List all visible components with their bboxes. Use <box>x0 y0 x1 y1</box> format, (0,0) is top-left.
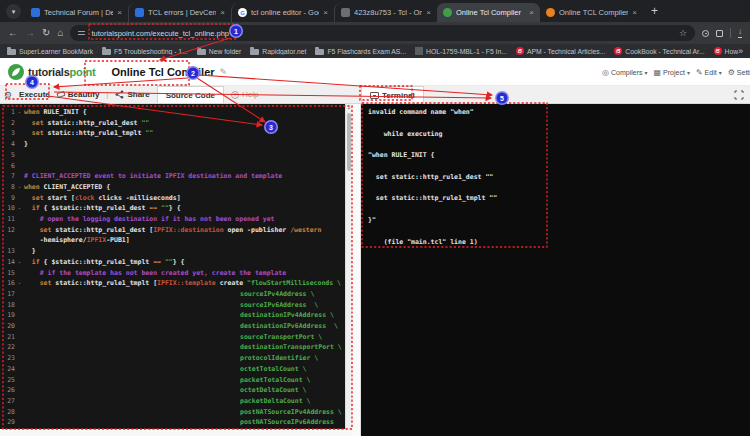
terminal-line <box>368 139 750 150</box>
beautify-icon <box>56 91 65 98</box>
menu-icon: ◎ <box>602 68 609 77</box>
home-icon[interactable]: ⌂ <box>57 28 63 38</box>
tab-close-icon[interactable]: × <box>323 8 328 17</box>
bookmark-item[interactable]: SuperLearner BookMark <box>7 48 93 55</box>
bookmark-item[interactable]: f5CookBook - Technical Ar... <box>614 47 704 55</box>
share-button[interactable]: Share <box>115 90 149 99</box>
logo-text-2: point <box>70 66 96 78</box>
browser-toolbar: ← → ↻ ⌂ tutorialspoint.com/execute_tcl_o… <box>0 22 750 44</box>
document-title[interactable]: Online Tcl Compiler ✎ <box>111 66 227 78</box>
fullscreen-icon[interactable] <box>734 90 744 100</box>
help-button[interactable]: ?Help <box>231 90 258 99</box>
browser-tab[interactable]: Gtcl online editor - Google Search× <box>231 3 334 22</box>
browser-tab[interactable]: Online TCL Compiler - Online TCL E× <box>540 3 643 22</box>
extensions-icon[interactable] <box>716 30 723 37</box>
tab-close-icon[interactable]: × <box>117 8 122 17</box>
bookmark-item[interactable]: f5APM - Technical Articles... <box>516 47 605 55</box>
bookmark-item[interactable]: HOL-1759-MBL-1 - F5 In... <box>415 47 507 55</box>
scrollbar-thumb[interactable] <box>347 113 351 171</box>
scroll-up-icon[interactable]: ▲ <box>346 104 352 111</box>
f5-icon: f5 <box>714 47 722 55</box>
bookmark-item[interactable]: Rapidgator.net <box>250 48 306 55</box>
terminal-line <box>368 118 750 129</box>
chevron-down-icon: ▾ <box>687 69 690 76</box>
code-line: 26octetDeltaCount \ <box>0 385 345 396</box>
bookmark-item[interactable]: f5How to combine two var... <box>714 47 738 55</box>
code-line: 5 <box>0 150 345 161</box>
code-line: 12 set static::http_rule1_dest [IPFIX::d… <box>0 225 345 236</box>
code-line: -hemisphere/IPFIX-PUB1] <box>0 235 345 246</box>
line-number: 24 <box>0 364 15 375</box>
code-line: 24octetTotalCount \ <box>0 364 345 375</box>
address-bar[interactable]: tutorialspoint.com/execute_tcl_online.ph… <box>70 25 695 41</box>
line-number: 15 <box>0 268 15 279</box>
fold-icon <box>15 118 24 129</box>
bookmark-label: APM - Technical Articles... <box>527 48 605 55</box>
browser-tab[interactable]: Online Tcl Compiler× <box>437 3 540 22</box>
bookmark-items: SuperLearner BookMarkF5 Troubleshooting … <box>7 47 738 55</box>
new-tab-button[interactable]: + <box>651 4 658 18</box>
menu-settings[interactable]: ⚙Settings <box>728 68 750 77</box>
line-number: 23 <box>0 353 15 364</box>
bookmark-item[interactable]: New folder <box>197 48 242 55</box>
browser-tab[interactable]: TCL errors | DevCentral× <box>128 3 231 22</box>
bookmark-star-icon[interactable]: ☆ <box>679 28 687 38</box>
tab-close-icon[interactable]: × <box>529 8 534 17</box>
url-text[interactable]: tutorialspoint.com/execute_tcl_online.ph… <box>91 29 229 38</box>
code-text: sourceIPv4Address \ <box>24 289 314 300</box>
downloads-icon[interactable]: ↓ <box>738 28 742 38</box>
beautify-button[interactable]: Beautify <box>57 90 100 99</box>
tutorialspoint-logo-icon <box>8 64 24 80</box>
tab-source-code[interactable]: Source Code <box>157 86 224 103</box>
tutorialspoint-logo[interactable]: tutorialspoint <box>8 64 95 80</box>
tab-terminal[interactable]: Terminal <box>361 86 424 103</box>
bookmark-label: New folder <box>209 48 242 55</box>
terminal-line <box>368 226 750 237</box>
terminal-line <box>368 161 750 172</box>
reload-icon[interactable]: ↻ <box>42 28 50 38</box>
menu-project[interactable]: ▦Project▾ <box>654 68 690 77</box>
bookmarks-overflow-icon[interactable]: » <box>738 46 743 56</box>
terminal-output[interactable]: invalid command name "when" while execut… <box>361 104 750 436</box>
site-info-icon[interactable] <box>78 31 85 35</box>
menu-compilers[interactable]: ◎Compilers▾ <box>602 68 648 77</box>
code-area[interactable]: 1-when RULE_INIT {2 set static::http_rul… <box>0 104 345 429</box>
tab-close-icon[interactable]: × <box>426 8 431 17</box>
pane-divider[interactable] <box>352 104 361 436</box>
code-line: 6 <box>0 161 345 172</box>
browser-tab[interactable]: Technical Forum | DevCentral× <box>25 3 128 22</box>
bookmark-item[interactable]: F5 Troubleshooting - 1... <box>102 48 188 55</box>
fold-icon <box>15 364 24 375</box>
f5-icon: f5 <box>516 47 524 55</box>
bookmark-label: HOL-1759-MBL-1 - F5 In... <box>426 48 507 55</box>
forward-icon[interactable]: → <box>25 28 35 38</box>
terminal-line <box>368 183 750 194</box>
bookmark-item[interactable]: F5 Flashcards Exam AS... <box>315 48 406 55</box>
line-number: 22 <box>0 342 15 353</box>
fold-icon <box>15 396 24 407</box>
execute-button[interactable]: Execute <box>19 90 50 99</box>
browser-tab[interactable]: 423z8u753 - Tcl - OneCompiler× <box>334 3 437 22</box>
editor-scrollbar[interactable]: ▲ <box>345 104 352 429</box>
fold-icon <box>15 300 24 311</box>
terminal-icon <box>370 92 379 99</box>
code-line: 23protocolIdentifier \ <box>0 353 345 364</box>
back-icon[interactable]: ← <box>8 28 18 38</box>
code-editor[interactable]: 1-when RULE_INIT {2 set static::http_rul… <box>0 104 352 436</box>
key-icon[interactable] <box>702 30 709 37</box>
fold-icon <box>15 407 24 418</box>
edit-title-icon[interactable]: ✎ <box>220 67 228 77</box>
tab-close-icon[interactable]: × <box>632 8 637 17</box>
code-line: 4} <box>0 139 345 150</box>
line-number: 10 <box>0 203 15 214</box>
fold-icon <box>15 375 24 386</box>
tab-close-icon[interactable]: × <box>220 8 225 17</box>
tab-search-icon[interactable]: ▾ <box>6 4 21 19</box>
code-text: sourceTransportPort \ <box>24 332 322 343</box>
line-number: 11 <box>0 214 15 225</box>
code-line: 14- if { $static::http_rule1_tmplt == ""… <box>0 257 345 268</box>
fold-icon <box>15 235 24 246</box>
tab-title: TCL errors | DevCentral <box>148 8 216 17</box>
gear-icon: ⚙ <box>4 90 12 100</box>
menu-edit[interactable]: ✎Edit▾ <box>696 68 722 77</box>
